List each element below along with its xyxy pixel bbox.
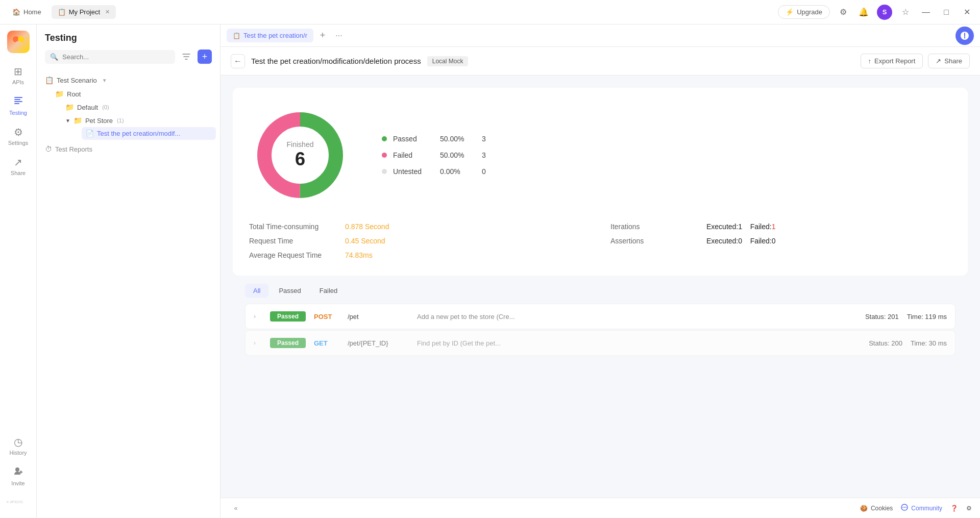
iterations-label: Iterations	[610, 223, 702, 231]
community-button[interactable]: Community	[901, 504, 942, 512]
test-reports-item[interactable]: ⏱ Test Reports	[41, 142, 216, 156]
close-window-icon[interactable]: ✕	[960, 5, 974, 19]
active-test-item[interactable]: 📄 Test the pet creation/modif...	[82, 127, 216, 140]
help-button[interactable]: ❓	[950, 505, 958, 512]
test-body: Finished 6 Passed 50.00% 3	[220, 76, 980, 498]
history-label: History	[9, 450, 27, 456]
expand-icon-1[interactable]: ›	[254, 339, 262, 347]
default-label: Default	[77, 104, 98, 111]
default-folder-item[interactable]: 📁 Default (0)	[61, 101, 216, 114]
sidebar-search-row: 🔍 +	[45, 50, 212, 64]
maximize-icon[interactable]: □	[939, 5, 953, 19]
more-tabs-button[interactable]: ···	[332, 29, 346, 43]
nav-item-share[interactable]: ↗ Share	[4, 152, 33, 180]
result-row-0[interactable]: › Passed POST /pet Add a new pet to the …	[245, 304, 955, 329]
search-box[interactable]: 🔍	[45, 50, 175, 64]
untested-dot	[382, 169, 387, 174]
community-icon	[901, 504, 908, 512]
share-button[interactable]: ↗ Share	[928, 54, 970, 68]
endpoint-0: /pet	[348, 313, 409, 320]
bottom-settings-button[interactable]: ⚙	[966, 505, 972, 512]
cookies-icon: 🍪	[860, 505, 868, 512]
bookmark-icon[interactable]: ☆	[898, 5, 913, 19]
assertions-exec-val: Executed:0	[706, 237, 742, 245]
untested-count: 0	[482, 167, 486, 176]
root-folder-item[interactable]: 📁 Root	[51, 87, 216, 101]
environment-badge[interactable]: Local Mock	[427, 56, 469, 66]
back-button[interactable]: ←	[231, 54, 245, 68]
svg-rect-5	[14, 101, 22, 102]
failed-count: 3	[482, 151, 486, 159]
upgrade-icon: ⚡	[786, 8, 794, 16]
filter-tabs: All Passed Failed	[233, 284, 968, 298]
search-input[interactable]	[62, 53, 170, 61]
content-tabs: 📋 Test the pet creation/r + ···	[220, 24, 980, 47]
close-tab-icon[interactable]: ✕	[105, 9, 110, 15]
add-test-button[interactable]: +	[198, 50, 212, 64]
chart-section: Finished 6 Passed 50.00% 3	[249, 104, 951, 206]
svg-point-16	[902, 507, 903, 508]
collapse-sidebar-button[interactable]: «	[229, 501, 243, 515]
nav-item-testing[interactable]: Testing	[4, 91, 33, 120]
request-time-unit: Second	[359, 237, 385, 245]
svg-rect-3	[14, 97, 22, 98]
project-tab-label: My Project	[69, 8, 100, 16]
expand-icon-0[interactable]: ›	[254, 313, 262, 320]
default-count: (0)	[102, 104, 109, 110]
help-icon: ❓	[950, 505, 958, 512]
bottom-bar-right: 🍪 Cookies Community ❓	[860, 504, 972, 512]
header-actions: ↑ Export Report ↗ Share	[861, 54, 970, 68]
result-row-1[interactable]: › Passed GET /pet/{PET_ID} Find pet by I…	[245, 330, 955, 356]
cookies-label: Cookies	[871, 505, 893, 512]
avatar[interactable]: S	[877, 5, 892, 20]
filter-tab-all[interactable]: All	[245, 284, 268, 298]
nav-item-invite[interactable]: Invite	[4, 462, 33, 490]
avatar-initial: S	[883, 8, 887, 16]
description-0: Add a new pet to the store (Cre...	[417, 313, 857, 320]
home-tab[interactable]: 🏠 Home	[6, 5, 47, 19]
pet-test-item: 📄 Test the pet creation/modif...	[82, 127, 216, 140]
iterations-failed-val: 1	[772, 223, 776, 231]
cookies-button[interactable]: 🍪 Cookies	[860, 505, 893, 512]
passed-dot	[382, 136, 387, 141]
home-icon: 🏠	[12, 8, 20, 16]
test-scenario-chevron: ▼	[102, 78, 107, 83]
filter-button[interactable]	[179, 50, 193, 64]
tab-icon: 📋	[233, 32, 240, 39]
testing-label: Testing	[9, 110, 27, 116]
notifications-icon[interactable]: 🔔	[856, 5, 871, 19]
root-folder: 📁 Root 📁 Default (0) ▼ 📁	[51, 87, 216, 140]
home-label: Home	[23, 8, 41, 16]
legend-passed: Passed 50.00% 3	[382, 135, 486, 143]
avg-request-value: 74.83ms	[345, 251, 373, 259]
search-icon: 🔍	[50, 53, 58, 61]
upgrade-label: Upgrade	[797, 8, 822, 16]
svg-rect-4	[14, 99, 20, 100]
notification-icon[interactable]	[955, 27, 974, 45]
new-tab-button[interactable]: +	[315, 29, 330, 43]
project-tab[interactable]: 📋 My Project ✕	[52, 5, 116, 19]
pet-store-label: Pet Store	[85, 117, 113, 125]
export-report-button[interactable]: ↑ Export Report	[861, 54, 923, 68]
total-time-row: Total Time-consuming 0.878 Second	[249, 223, 590, 231]
settings-icon[interactable]: ⚙	[836, 5, 850, 19]
filter-tab-passed[interactable]: Passed	[271, 284, 309, 298]
request-time-label: Request Time	[249, 237, 341, 245]
active-content-tab[interactable]: 📋 Test the pet creation/r	[227, 29, 313, 42]
nav-item-apis[interactable]: ⊞ APIs	[4, 61, 33, 89]
pet-store-folder-item[interactable]: ▼ 📁 Pet Store (1)	[61, 114, 216, 127]
status-code-0: Status: 201	[865, 313, 899, 320]
apis-label: APIs	[12, 79, 24, 85]
test-scenario-header[interactable]: 📋 Test Scenario ▼	[41, 73, 216, 87]
test-scenario-label: Test Scenario	[57, 77, 97, 84]
root-label: Root	[67, 90, 81, 98]
legend-untested: Untested 0.00% 0	[382, 167, 486, 176]
nav-item-history[interactable]: ◷ History	[4, 432, 33, 460]
filter-tab-failed[interactable]: Failed	[311, 284, 346, 298]
donut-value: 6	[287, 149, 314, 170]
upgrade-button[interactable]: ⚡ Upgrade	[778, 5, 830, 19]
app-logo[interactable]	[7, 31, 30, 53]
status-badge-1: Passed	[270, 338, 306, 348]
minimize-icon[interactable]: —	[919, 5, 933, 19]
nav-item-settings[interactable]: ⚙ Settings	[4, 122, 33, 150]
